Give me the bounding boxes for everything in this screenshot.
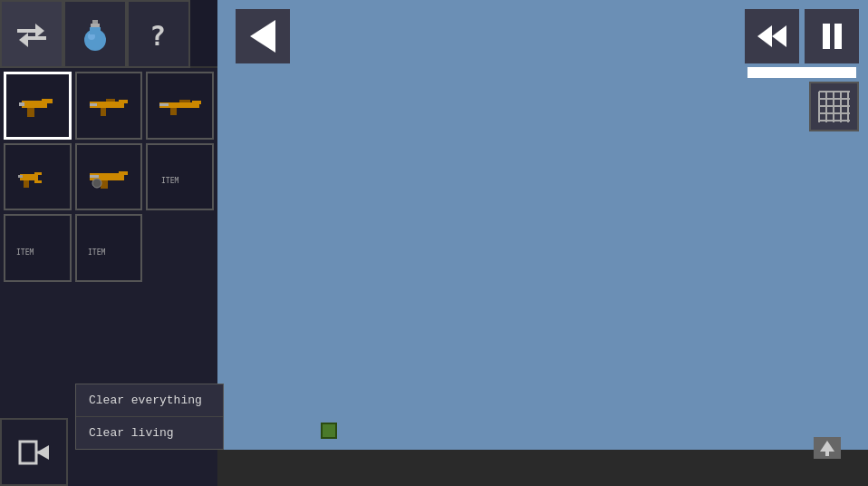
svg-rect-15 [119, 100, 128, 103]
gun8-icon: ITEM [86, 235, 131, 262]
gun6-icon: ITEM [158, 163, 203, 190]
svg-marker-49 [820, 441, 834, 452]
svg-text:ITEM: ITEM [16, 248, 34, 257]
back-arrow-icon [250, 20, 275, 53]
rewind-button[interactable] [745, 9, 799, 63]
gun7-icon: ITEM [14, 235, 60, 262]
rewind-icon [754, 22, 790, 51]
pistol-icon [14, 92, 60, 119]
svg-rect-2 [26, 36, 46, 40]
svg-rect-13 [19, 102, 24, 106]
item-cell-6[interactable]: ITEM [146, 143, 214, 211]
smg-icon [86, 92, 131, 119]
entity-pixel [321, 423, 337, 439]
upload-icon [818, 439, 836, 457]
svg-marker-37 [757, 25, 772, 47]
potion-button[interactable] [63, 0, 127, 68]
exit-button[interactable] [0, 418, 68, 486]
exit-icon [16, 436, 53, 469]
svg-rect-21 [170, 108, 177, 115]
svg-marker-1 [35, 24, 44, 38]
swap-button[interactable] [0, 0, 63, 68]
item-cell-3[interactable] [146, 72, 214, 140]
svg-rect-26 [34, 180, 42, 183]
svg-rect-11 [42, 99, 53, 103]
svg-rect-27 [24, 180, 29, 188]
item-cell-4[interactable] [4, 143, 72, 211]
lmg-icon [86, 163, 131, 190]
item-cell-1[interactable] [4, 72, 72, 140]
item-cell-5[interactable] [75, 143, 143, 211]
item-cell-8[interactable]: ITEM [75, 214, 143, 282]
item-cell-7[interactable]: ITEM [4, 214, 72, 282]
speed-bar [747, 67, 856, 78]
svg-rect-8 [90, 27, 101, 34]
svg-rect-28 [18, 175, 23, 178]
svg-text:ITEM: ITEM [88, 248, 105, 257]
clear-everything-option[interactable]: Clear everything [76, 384, 223, 417]
back-button[interactable] [236, 9, 290, 63]
item-cell-2[interactable] [75, 72, 143, 140]
grid-toggle-button[interactable] [809, 82, 859, 131]
shotgun-icon [14, 163, 60, 190]
svg-rect-23 [179, 100, 190, 102]
svg-text:?: ? [149, 20, 166, 51]
svg-rect-51 [20, 442, 36, 463]
toolbar: ? [0, 0, 217, 68]
pause-icon [823, 24, 842, 49]
svg-rect-18 [106, 99, 115, 102]
context-menu: Clear everything Clear living [75, 384, 224, 450]
svg-rect-16 [101, 108, 106, 116]
bottom-right-button[interactable] [814, 437, 841, 459]
svg-marker-3 [19, 33, 28, 47]
svg-rect-20 [192, 101, 201, 104]
rifle-icon [158, 92, 203, 119]
svg-rect-0 [17, 29, 37, 33]
svg-rect-22 [159, 103, 169, 106]
pause-button[interactable] [805, 9, 859, 63]
help-button[interactable]: ? [127, 0, 190, 68]
svg-rect-12 [27, 108, 34, 117]
clear-living-option[interactable]: Clear living [76, 417, 223, 449]
svg-rect-50 [825, 451, 829, 456]
svg-rect-25 [34, 172, 42, 175]
svg-rect-5 [91, 24, 100, 27]
svg-rect-32 [90, 175, 99, 178]
top-right-controls [745, 9, 859, 78]
svg-marker-38 [772, 25, 786, 47]
svg-text:ITEM: ITEM [161, 177, 178, 185]
svg-rect-17 [90, 103, 97, 106]
svg-rect-30 [119, 171, 128, 175]
grid-icon [817, 90, 852, 124]
svg-point-33 [92, 179, 101, 188]
